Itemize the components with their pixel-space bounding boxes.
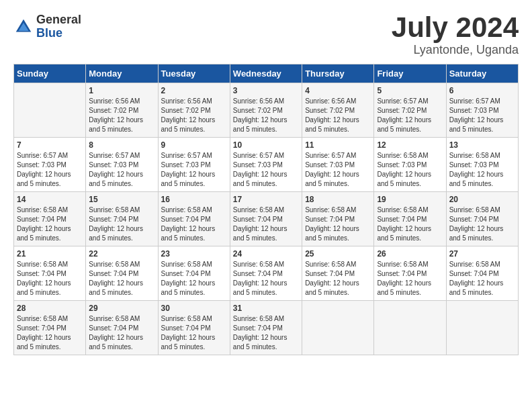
day-cell: 12Sunrise: 6:58 AM Sunset: 7:03 PM Dayli… (374, 138, 446, 192)
day-number: 8 (89, 140, 154, 150)
day-cell: 31Sunrise: 6:58 AM Sunset: 7:04 PM Dayli… (230, 301, 302, 355)
day-cell: 14Sunrise: 6:58 AM Sunset: 7:04 PM Dayli… (14, 192, 86, 246)
day-info: Sunrise: 6:56 AM Sunset: 7:02 PM Dayligh… (305, 97, 371, 134)
day-cell: 4Sunrise: 6:56 AM Sunset: 7:02 PM Daylig… (302, 83, 374, 138)
day-number: 29 (89, 304, 154, 313)
day-cell: 8Sunrise: 6:57 AM Sunset: 7:03 PM Daylig… (86, 138, 158, 192)
day-cell: 30Sunrise: 6:58 AM Sunset: 7:04 PM Dayli… (158, 301, 230, 355)
day-number: 16 (161, 195, 227, 204)
day-cell: 6Sunrise: 6:57 AM Sunset: 7:03 PM Daylig… (446, 83, 518, 138)
day-cell: 3Sunrise: 6:56 AM Sunset: 7:02 PM Daylig… (230, 83, 302, 138)
day-cell: 9Sunrise: 6:57 AM Sunset: 7:03 PM Daylig… (158, 138, 230, 192)
header-sunday: Sunday (14, 64, 86, 83)
day-number: 23 (161, 249, 227, 259)
day-cell: 17Sunrise: 6:58 AM Sunset: 7:04 PM Dayli… (230, 192, 302, 246)
day-number: 13 (449, 140, 515, 150)
day-info: Sunrise: 6:56 AM Sunset: 7:02 PM Dayligh… (233, 97, 299, 134)
day-info: Sunrise: 6:56 AM Sunset: 7:02 PM Dayligh… (161, 97, 227, 134)
day-number: 17 (233, 195, 299, 204)
header-saturday: Saturday (446, 64, 518, 83)
day-number: 31 (233, 304, 299, 313)
logo: General Blue (13, 13, 81, 40)
day-cell: 11Sunrise: 6:57 AM Sunset: 7:03 PM Dayli… (302, 138, 374, 192)
day-number: 9 (161, 140, 227, 150)
header-wednesday: Wednesday (230, 64, 302, 83)
day-info: Sunrise: 6:58 AM Sunset: 7:04 PM Dayligh… (17, 260, 83, 298)
day-number: 5 (377, 86, 443, 95)
day-info: Sunrise: 6:57 AM Sunset: 7:03 PM Dayligh… (161, 151, 227, 189)
day-info: Sunrise: 6:58 AM Sunset: 7:04 PM Dayligh… (377, 205, 443, 243)
page-header: General Blue July 2024 Lyantonde, Uganda (13, 13, 519, 57)
day-number: 15 (89, 195, 154, 204)
day-cell: 5Sunrise: 6:57 AM Sunset: 7:02 PM Daylig… (374, 83, 446, 138)
day-number: 26 (377, 249, 443, 259)
week-row-3: 14Sunrise: 6:58 AM Sunset: 7:04 PM Dayli… (14, 192, 519, 246)
day-info: Sunrise: 6:57 AM Sunset: 7:03 PM Dayligh… (449, 97, 515, 134)
day-cell (374, 301, 446, 355)
day-cell: 15Sunrise: 6:58 AM Sunset: 7:04 PM Dayli… (86, 192, 158, 246)
logo-blue-text: Blue (36, 27, 81, 40)
day-info: Sunrise: 6:58 AM Sunset: 7:04 PM Dayligh… (17, 314, 83, 352)
day-cell: 27Sunrise: 6:58 AM Sunset: 7:04 PM Dayli… (446, 246, 518, 301)
day-info: Sunrise: 6:57 AM Sunset: 7:03 PM Dayligh… (89, 151, 154, 189)
day-info: Sunrise: 6:57 AM Sunset: 7:03 PM Dayligh… (233, 151, 299, 189)
day-cell: 19Sunrise: 6:58 AM Sunset: 7:04 PM Dayli… (374, 192, 446, 246)
day-cell: 20Sunrise: 6:58 AM Sunset: 7:04 PM Dayli… (446, 192, 518, 246)
day-cell (302, 301, 374, 355)
week-row-4: 21Sunrise: 6:58 AM Sunset: 7:04 PM Dayli… (14, 246, 519, 301)
day-info: Sunrise: 6:58 AM Sunset: 7:04 PM Dayligh… (89, 205, 154, 243)
day-number: 4 (305, 86, 371, 95)
day-info: Sunrise: 6:58 AM Sunset: 7:03 PM Dayligh… (449, 151, 515, 189)
day-number: 10 (233, 140, 299, 150)
day-number: 1 (89, 86, 154, 95)
day-number: 22 (89, 249, 154, 259)
day-info: Sunrise: 6:57 AM Sunset: 7:02 PM Dayligh… (377, 97, 443, 134)
day-number: 6 (449, 86, 515, 95)
day-cell (14, 83, 86, 138)
day-cell: 1Sunrise: 6:56 AM Sunset: 7:02 PM Daylig… (86, 83, 158, 138)
day-cell: 21Sunrise: 6:58 AM Sunset: 7:04 PM Dayli… (14, 246, 86, 301)
header-friday: Friday (374, 64, 446, 83)
day-cell: 10Sunrise: 6:57 AM Sunset: 7:03 PM Dayli… (230, 138, 302, 192)
day-cell (446, 301, 518, 355)
header-tuesday: Tuesday (158, 64, 230, 83)
day-info: Sunrise: 6:58 AM Sunset: 7:04 PM Dayligh… (161, 314, 227, 352)
day-cell: 25Sunrise: 6:58 AM Sunset: 7:04 PM Dayli… (302, 246, 374, 301)
calendar-body: 1Sunrise: 6:56 AM Sunset: 7:02 PM Daylig… (14, 83, 519, 355)
day-cell: 13Sunrise: 6:58 AM Sunset: 7:03 PM Dayli… (446, 138, 518, 192)
calendar-header: SundayMondayTuesdayWednesdayThursdayFrid… (14, 64, 519, 83)
day-number: 28 (17, 304, 83, 313)
day-info: Sunrise: 6:56 AM Sunset: 7:02 PM Dayligh… (89, 97, 154, 134)
day-number: 19 (377, 195, 443, 204)
day-info: Sunrise: 6:58 AM Sunset: 7:04 PM Dayligh… (161, 205, 227, 243)
title-area: July 2024 Lyantonde, Uganda (392, 13, 519, 57)
day-info: Sunrise: 6:58 AM Sunset: 7:04 PM Dayligh… (233, 205, 299, 243)
day-number: 11 (305, 140, 371, 150)
day-info: Sunrise: 6:58 AM Sunset: 7:04 PM Dayligh… (89, 314, 154, 352)
day-info: Sunrise: 6:58 AM Sunset: 7:04 PM Dayligh… (89, 260, 154, 298)
week-row-1: 1Sunrise: 6:56 AM Sunset: 7:02 PM Daylig… (14, 83, 519, 138)
day-info: Sunrise: 6:57 AM Sunset: 7:03 PM Dayligh… (17, 151, 83, 189)
day-number: 2 (161, 86, 227, 95)
logo-general-text: General (36, 13, 81, 27)
day-number: 30 (161, 304, 227, 313)
day-info: Sunrise: 6:57 AM Sunset: 7:03 PM Dayligh… (305, 151, 371, 189)
header-row: SundayMondayTuesdayWednesdayThursdayFrid… (14, 64, 519, 83)
month-title: July 2024 (392, 13, 519, 42)
header-thursday: Thursday (302, 64, 374, 83)
week-row-2: 7Sunrise: 6:57 AM Sunset: 7:03 PM Daylig… (14, 138, 519, 192)
day-number: 25 (305, 249, 371, 259)
day-number: 12 (377, 140, 443, 150)
day-cell: 22Sunrise: 6:58 AM Sunset: 7:04 PM Dayli… (86, 246, 158, 301)
day-info: Sunrise: 6:58 AM Sunset: 7:04 PM Dayligh… (233, 314, 299, 352)
day-cell: 28Sunrise: 6:58 AM Sunset: 7:04 PM Dayli… (14, 301, 86, 355)
day-info: Sunrise: 6:58 AM Sunset: 7:04 PM Dayligh… (377, 260, 443, 298)
day-info: Sunrise: 6:58 AM Sunset: 7:03 PM Dayligh… (377, 151, 443, 189)
day-number: 7 (17, 140, 83, 150)
day-cell: 7Sunrise: 6:57 AM Sunset: 7:03 PM Daylig… (14, 138, 86, 192)
day-number: 20 (449, 195, 515, 204)
day-cell: 18Sunrise: 6:58 AM Sunset: 7:04 PM Dayli… (302, 192, 374, 246)
day-info: Sunrise: 6:58 AM Sunset: 7:04 PM Dayligh… (233, 260, 299, 298)
day-cell: 29Sunrise: 6:58 AM Sunset: 7:04 PM Dayli… (86, 301, 158, 355)
logo-icon (13, 17, 34, 37)
